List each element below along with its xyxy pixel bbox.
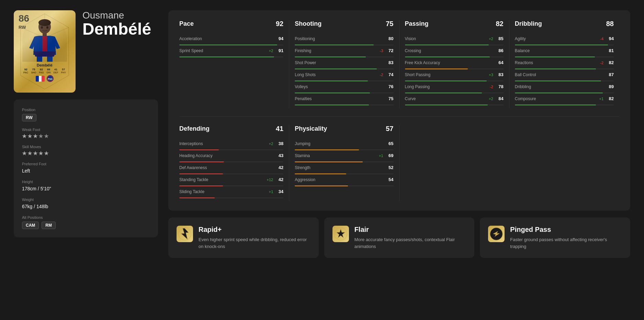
player-last-name: Dembélé [82, 21, 151, 37]
acceleration-value: 94 [275, 36, 283, 41]
pinged-pass-icon [488, 226, 505, 242]
card-stat-phy: 57 PHY [61, 68, 66, 74]
flair-desc: More accurate fancy passes/shots, contex… [354, 236, 466, 250]
weight-value: 67kg / 148lb [22, 204, 150, 209]
weight-label: Weight [22, 198, 150, 202]
physicality-header: Physicality 57 [295, 125, 393, 135]
crossing-stat: Crossing 86 [405, 48, 504, 57]
ball-control-stat: Ball Control 87 [515, 72, 614, 81]
right-panel: Pace 92 Acceleration 94 Sprint Speed [168, 10, 630, 258]
alt-positions-section: Alt Positions CAM RM [22, 215, 150, 229]
interceptions-stat: Interceptions +2 38 [179, 141, 283, 150]
pace-acceleration: Acceleration 94 [179, 36, 283, 45]
weak-foot-label: Weak Foot [22, 128, 150, 132]
positioning-stat: Positioning 80 [295, 36, 393, 45]
pinged-pass-desc: Faster ground passes without affecting r… [510, 236, 622, 250]
star-1 [22, 134, 27, 139]
pace-value: 92 [276, 20, 283, 28]
long-passing-stat: Long Passing -2 78 [405, 84, 504, 93]
card-flags: PSG [36, 75, 54, 82]
preferred-foot-label: Preferred Foot [22, 162, 150, 166]
stamina-stat: Stamina +1 69 [295, 153, 393, 162]
pace-category: Pace 92 Acceleration 94 Sprint Speed [179, 20, 289, 108]
penalties-stat: Penalties 75 [295, 96, 393, 105]
pace-name: Pace [179, 20, 194, 27]
physicality-category: Physicality 57 Jumping 65 Stamina +1 [289, 125, 399, 201]
card-player-name: Dembélé [37, 63, 53, 67]
passing-name: Passing [405, 20, 429, 27]
empty-col-3 [399, 125, 509, 201]
dribbling-name: Dribbling [515, 20, 542, 27]
flair-icon [332, 226, 349, 242]
volleys-stat: Volleys 76 [295, 84, 393, 93]
dribbling-header: Dribbling 88 [515, 20, 614, 31]
physicality-value: 57 [386, 125, 393, 133]
bottom-stats-grid: Defending 41 Interceptions +2 38 Hea [179, 116, 619, 201]
skill-moves-label: Skill Moves [22, 145, 150, 149]
shooting-header: Shooting 75 [295, 20, 393, 31]
star-5 [44, 134, 49, 139]
position-badge: RW [22, 114, 36, 121]
defending-header: Defending 41 [179, 125, 283, 135]
agility-stat: Agility -4 94 [515, 36, 614, 45]
acceleration-label: Acceleration [179, 36, 273, 41]
top-stats-grid: Pace 92 Acceleration 94 Sprint Speed [179, 20, 619, 108]
playstyle-rapid-plus: Rapid+ Even higher sprint speed while dr… [168, 217, 319, 258]
defending-value: 41 [276, 125, 283, 133]
alt-position-cam: CAM [22, 222, 39, 229]
curve-stat: Curve +2 84 [405, 96, 504, 105]
player-image [22, 17, 67, 62]
card-stat-pac: 92 PAC [23, 68, 28, 74]
alt-positions-list: CAM RM [22, 222, 150, 229]
sprint-speed-modifier: +2 [265, 49, 273, 53]
player-header: 86 RW [14, 10, 158, 93]
card-stat-pas: 82 PAS [39, 68, 44, 74]
skill-star-3 [33, 151, 38, 156]
card-stat-sho: 75 SHO [31, 68, 36, 74]
dribbling-value: 88 [606, 20, 614, 28]
fka-stat: Free Kick Accuracy 64 [405, 60, 504, 69]
svg-rect-14 [42, 76, 45, 82]
sprint-speed-value: 91 [275, 48, 283, 53]
shooting-name: Shooting [295, 20, 321, 27]
svg-text:PSG: PSG [48, 78, 52, 80]
standing-tackle-stat: Standing Tackle +12 42 [179, 177, 283, 186]
height-value: 178cm / 5'10" [22, 186, 150, 191]
strength-stat: Strength 52 [295, 165, 393, 174]
rapid-plus-icon [177, 226, 193, 242]
weight-section: Weight 67kg / 148lb [22, 198, 150, 209]
preferred-foot-value: Left [22, 168, 150, 174]
left-panel: 86 RW [14, 10, 158, 258]
composure-stat: Composure +1 82 [515, 96, 614, 105]
card-rating: 86 [19, 14, 29, 23]
flair-name: Flair [354, 226, 466, 234]
pinged-pass-name: Pinged Pass [510, 226, 622, 234]
playstyles-container: Rapid+ Even higher sprint speed while dr… [168, 217, 630, 258]
balance-stat: Balance 81 [515, 48, 614, 57]
vision-stat: Vision +2 85 [405, 36, 504, 45]
skill-moves-stars [22, 151, 150, 156]
def-awareness-stat: Def Awareness 42 [179, 165, 283, 174]
rapid-plus-info: Rapid+ Even higher sprint speed while dr… [199, 226, 310, 250]
stats-container: Pace 92 Acceleration 94 Sprint Speed [168, 10, 630, 211]
reactions-stat: Reactions -2 82 [515, 60, 614, 69]
svg-point-11 [46, 26, 48, 29]
alt-positions-label: Alt Positions [22, 215, 150, 220]
sprint-speed-label: Sprint Speed [179, 48, 263, 53]
playstyle-flair: Flair More accurate fancy passes/shots, … [324, 217, 475, 258]
dribbling-attr-stat: Dribbling 89 [515, 84, 614, 93]
dribbling-category: Dribbling 88 Agility -4 94 Balance [509, 20, 619, 108]
svg-point-5 [38, 19, 51, 26]
playstyle-pinged-pass: Pinged Pass Faster ground passes without… [480, 217, 630, 258]
finishing-stat: Finishing -3 72 [295, 48, 393, 57]
svg-point-10 [41, 26, 43, 29]
pinged-pass-info: Pinged Pass Faster ground passes without… [510, 226, 622, 250]
shot-power-stat: Shot Power 83 [295, 60, 393, 69]
skill-star-2 [27, 151, 32, 156]
svg-rect-12 [36, 76, 39, 82]
jumping-stat: Jumping 65 [295, 141, 393, 150]
svg-rect-13 [39, 76, 42, 82]
aggression-stat: Aggression 54 [295, 177, 393, 186]
preferred-foot-section: Preferred Foot Left [22, 162, 150, 174]
alt-position-rm: RM [42, 222, 56, 229]
